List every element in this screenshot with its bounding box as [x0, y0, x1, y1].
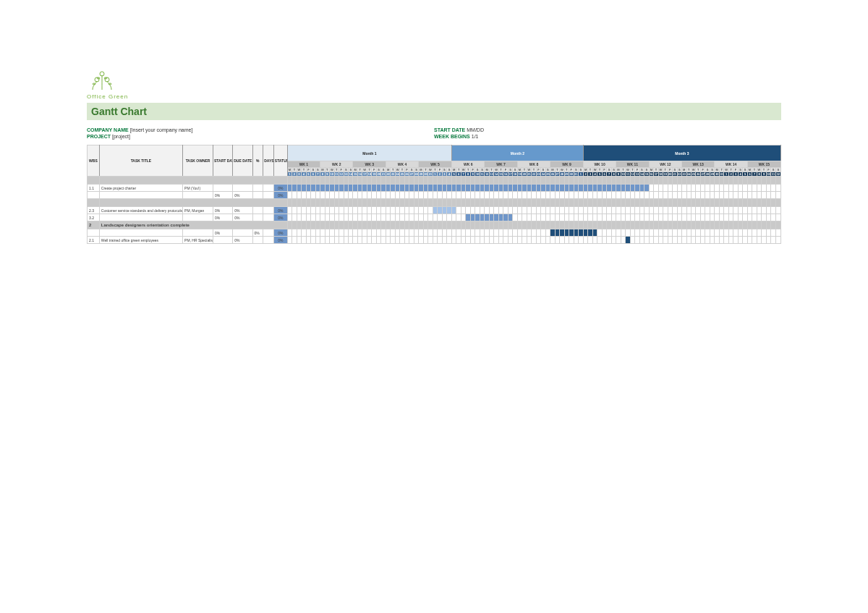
page-title: Gantt Chart: [87, 103, 781, 120]
gantt-chart: WBSTASK TITLETASK OWNERSTART DATEDUE DAT…: [87, 145, 781, 244]
project-label: PROJECT: [87, 134, 111, 139]
logo-text: Office Green: [87, 93, 781, 100]
company-label: COMPANY NAME: [87, 127, 129, 132]
gantt-table: WBSTASK TITLETASK OWNERSTART DATEDUE DAT…: [87, 145, 781, 244]
task-row: 3.20%0%0%: [88, 214, 781, 221]
weekbegins-label: WEEK BEGINS: [434, 134, 470, 139]
task-row: 0%0%0%: [88, 192, 781, 199]
startdate-label: START DATE: [434, 127, 465, 132]
task-row: 2.3Customer service standards and delive…: [88, 207, 781, 214]
project-value: [project]: [112, 134, 130, 139]
weekbegins-value: 1/1: [472, 134, 479, 139]
task-row: 1.1Create project charterPM (You!)0%: [88, 185, 781, 192]
logo: Office Green: [87, 71, 781, 100]
startdate-value: MM/DD: [467, 127, 484, 132]
task-row: 2.1Well trained office green employeesPM…: [88, 237, 781, 244]
task-row: 0%0%0%: [88, 229, 781, 237]
plant-icon: [87, 71, 117, 92]
company-value: [Insert your company name]: [130, 127, 193, 132]
meta-row: COMPANY NAME [Insert your company name] …: [87, 127, 781, 139]
